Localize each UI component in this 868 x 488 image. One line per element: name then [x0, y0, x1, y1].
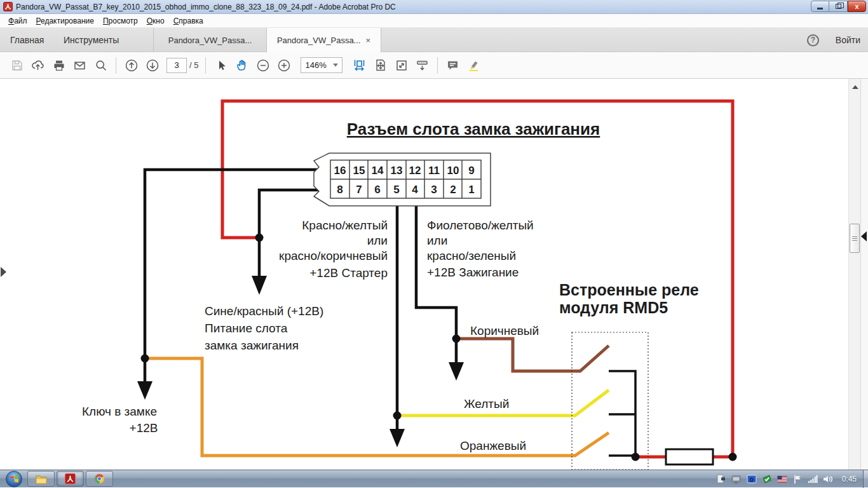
explorer-taskbar-button[interactable] — [27, 471, 55, 487]
vertical-scrollbar[interactable] — [848, 79, 860, 470]
antivirus-icon[interactable] — [762, 474, 773, 485]
page-number-input[interactable] — [166, 58, 187, 73]
menu-view[interactable]: Просмотр — [98, 15, 142, 27]
fit-page-icon[interactable] — [370, 55, 391, 76]
app-d-icon[interactable]: D — [747, 474, 757, 485]
pin-3: 3 — [431, 184, 437, 196]
brown-wire — [456, 339, 609, 371]
help-icon[interactable]: ? — [807, 34, 819, 46]
key-in-lock-label: Ключ в замке +12В — [82, 405, 158, 435]
starter-wire-label: Красно/желтый или красно/коричневый +12В… — [279, 219, 388, 280]
acrobat-taskbar-button[interactable] — [57, 471, 84, 487]
pin-11: 11 — [428, 165, 440, 177]
restore-button[interactable] — [829, 1, 848, 12]
pin-15: 15 — [353, 165, 365, 177]
toolbar: / 5 146% — [0, 52, 868, 79]
brown-wire-label: Коричневый — [470, 324, 539, 337]
fullscreen-icon[interactable] — [391, 55, 412, 76]
save-icon[interactable] — [6, 55, 27, 76]
menu-edit[interactable]: Редактирование — [32, 15, 98, 27]
toolbar-separator — [437, 57, 438, 74]
windows-logo-icon — [10, 474, 19, 484]
chrome-taskbar-button[interactable] — [86, 471, 113, 487]
display-icon[interactable] — [731, 474, 742, 485]
pin-4: 4 — [412, 184, 418, 196]
wiring-diagram: 16 15 14 13 12 11 10 9 8 7 6 5 4 3 2 1 Р… — [0, 79, 868, 470]
zoom-out-icon[interactable] — [252, 55, 273, 76]
tab-bar: Главная Инструменты Pandora_VW_Passa... … — [0, 28, 868, 52]
minimize-button[interactable] — [811, 1, 829, 12]
svg-text:замка зажигания: замка зажигания — [205, 339, 299, 352]
highlight-icon[interactable] — [463, 55, 484, 76]
slot-power-label: Сине/красный (+12В) Питание слота замка … — [205, 304, 323, 352]
document-tab-label: Pandora_VW_Passa... — [277, 36, 361, 45]
pin-9: 9 — [468, 165, 474, 177]
share-icon[interactable] — [27, 55, 48, 76]
show-desktop-button[interactable] — [863, 470, 868, 488]
svg-text:+12В: +12В — [130, 421, 158, 435]
acrobat-icon — [65, 473, 76, 484]
print-icon[interactable] — [48, 55, 69, 76]
title-bar: Pandora_VW_Passat_B7_key_2010_2015_obhod… — [0, 0, 868, 14]
volume-icon[interactable] — [823, 474, 834, 485]
page-up-icon[interactable] — [121, 55, 142, 76]
zoom-in-icon[interactable] — [273, 55, 294, 76]
minimize-icon — [817, 8, 823, 10]
svg-text:или: или — [427, 234, 447, 247]
system-tray: D 0:45 — [716, 470, 868, 488]
select-icon[interactable] — [210, 55, 231, 76]
relay-contacts — [609, 371, 635, 457]
svg-text:красно/зеленый: красно/зеленый — [427, 249, 516, 262]
pin-6: 6 — [374, 184, 380, 196]
document-tab-active[interactable]: Pandora_VW_Passa... × — [266, 28, 381, 53]
diagram-title: Разъем слота замка зажигания — [347, 119, 600, 139]
taskbar-clock[interactable]: 0:45 — [842, 475, 857, 484]
orange-wire-label: Оранжевый — [460, 439, 526, 452]
pin-14: 14 — [372, 165, 384, 177]
svg-text:Фиолетово/желтый: Фиолетово/желтый — [427, 219, 534, 232]
menu-help[interactable]: Справка — [169, 15, 208, 27]
pin-10: 10 — [447, 165, 459, 177]
chrome-icon — [94, 473, 105, 484]
hide-toolbar-icon[interactable] — [412, 55, 433, 76]
folder-icon — [36, 474, 47, 484]
zoom-level-value: 146% — [305, 60, 326, 70]
document-tab-inactive[interactable]: Pandora_VW_Passa... — [153, 28, 266, 52]
menu-file[interactable]: Файл — [4, 15, 32, 27]
scrollbar-thumb[interactable] — [850, 224, 860, 253]
svg-text:красно/коричневый: красно/коричневый — [279, 249, 388, 262]
svg-text:Красно/желтый: Красно/желтый — [302, 219, 388, 232]
comment-icon[interactable] — [442, 55, 463, 76]
email-icon[interactable] — [69, 55, 90, 76]
svg-text:или: или — [367, 234, 388, 247]
svg-text:Ключ в замке: Ключ в замке — [82, 405, 157, 418]
action-center-flag-icon[interactable] — [792, 474, 803, 485]
pin-13: 13 — [391, 165, 403, 177]
plug-icon[interactable] — [716, 474, 727, 485]
tab-tools[interactable]: Инструменты — [64, 28, 119, 52]
fit-width-icon[interactable] — [349, 55, 370, 76]
page-total-label: / 5 — [189, 60, 198, 70]
zoom-level-select[interactable]: 146% — [301, 57, 342, 73]
menu-window[interactable]: Окно — [142, 15, 169, 27]
tab-close-icon[interactable]: × — [365, 36, 370, 45]
scroll-up-icon[interactable] — [852, 85, 858, 89]
page-down-icon[interactable] — [142, 55, 163, 76]
menu-bar: Файл Редактирование Просмотр Окно Справк… — [0, 14, 868, 28]
toolbar-separator — [205, 57, 206, 74]
hand-icon[interactable] — [231, 55, 252, 76]
search-icon[interactable] — [90, 55, 111, 76]
relay-heading: Встроенные реле модуля RMD5 — [559, 281, 699, 316]
close-button[interactable]: x — [848, 1, 866, 12]
yellow-wire-label: Желтый — [464, 397, 509, 410]
start-button[interactable] — [6, 471, 22, 487]
window-title: Pandora_VW_Passat_B7_key_2010_2015_obhod… — [16, 3, 396, 11]
keyboard-layout-us-icon[interactable] — [777, 474, 788, 485]
tools-pane-rail — [860, 79, 868, 470]
tools-pane-handle-icon[interactable] — [861, 231, 867, 241]
network-icon[interactable] — [808, 474, 818, 485]
nav-pane-handle-icon[interactable] — [1, 267, 6, 277]
sign-in-button[interactable]: Войти — [836, 35, 860, 45]
tab-home[interactable]: Главная — [10, 28, 44, 52]
svg-text:Сине/красный (+12В): Сине/красный (+12В) — [205, 304, 323, 318]
